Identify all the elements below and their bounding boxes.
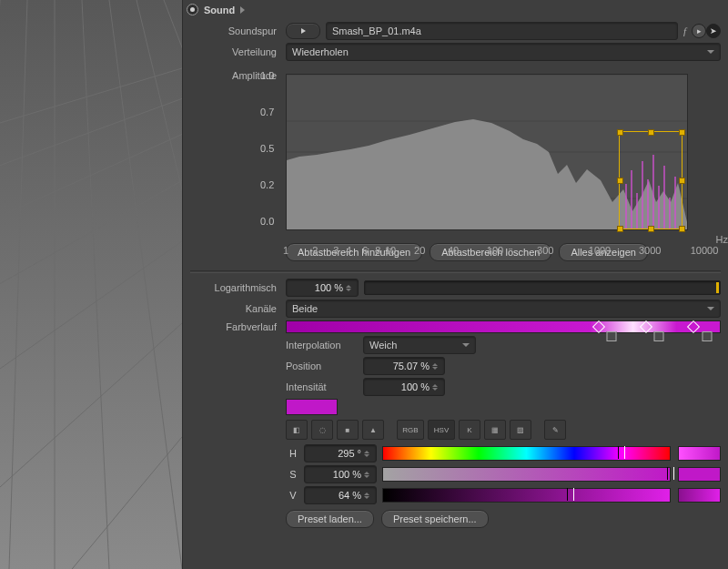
svg-rect-20: [625, 184, 627, 229]
hz-unit: Hz: [716, 234, 728, 245]
svg-rect-27: [663, 166, 665, 229]
preset-save-button[interactable]: Preset speichern...: [381, 510, 489, 528]
position-input[interactable]: 75.07 %: [363, 357, 445, 375]
s-input[interactable]: 100 %: [304, 465, 377, 483]
svg-rect-28: [669, 198, 671, 229]
hue-slider[interactable]: [382, 446, 671, 461]
svg-rect-22: [636, 193, 638, 229]
viewport-3d[interactable]: [0, 0, 182, 569]
channels-label: Kanäle: [190, 303, 286, 314]
svg-rect-29: [674, 177, 676, 229]
svg-rect-21: [631, 170, 632, 229]
sound-radio-icon: [187, 4, 198, 15]
log-value-input[interactable]: 100 %: [286, 279, 359, 297]
color-mode-toolbar: ◧ ◌ ■ ▲ RGB HSV K ▦ ▨ ✎: [286, 420, 721, 440]
chevron-right-icon: [240, 6, 245, 14]
y-axis-ticks: 1.0 0.7 0.5 0.2 0.0: [260, 70, 274, 227]
position-label: Position: [286, 361, 363, 371]
verteilung-value: Wiederholen: [292, 46, 349, 57]
picture-icon[interactable]: ▲: [362, 420, 384, 440]
sat-preview: [678, 467, 721, 482]
intensity-input[interactable]: 100 %: [363, 378, 445, 396]
play-icon: [301, 28, 306, 34]
fx-icon[interactable]: f: [683, 25, 686, 36]
section-header-sound[interactable]: Sound: [183, 0, 721, 19]
h-input[interactable]: 295 °: [304, 444, 377, 462]
chevron-down-icon: [707, 50, 714, 54]
log-label: Logarithmisch: [190, 282, 286, 293]
color-wheel-icon[interactable]: ◌: [311, 420, 333, 440]
swatch-fill-icon[interactable]: ■: [337, 420, 359, 440]
chevron-down-icon: [462, 343, 470, 347]
amplitude-graph[interactable]: [286, 74, 688, 230]
add-range-button[interactable]: Abtastbereich hinzufügen: [286, 243, 422, 261]
h-label: H: [286, 448, 300, 459]
hsv-mode-button[interactable]: HSV: [428, 420, 455, 440]
svg-rect-23: [642, 161, 643, 229]
gradient-knot[interactable]: [702, 331, 712, 341]
preset-load-button[interactable]: Preset laden...: [286, 510, 374, 528]
soundspur-label: Soundspur: [190, 25, 286, 36]
gradient-mid-handle[interactable]: [640, 320, 652, 333]
eyedropper-icon[interactable]: ✎: [544, 420, 566, 440]
interp-select[interactable]: Weich: [363, 336, 476, 354]
rgb-mode-button[interactable]: RGB: [397, 420, 424, 440]
gradient-bar[interactable]: [286, 320, 721, 333]
play-button[interactable]: [286, 23, 320, 39]
mixer2-icon[interactable]: ▨: [510, 420, 531, 440]
section-title: Sound: [204, 5, 235, 15]
hue-preview: [678, 446, 721, 461]
gradient-mid-handle[interactable]: [687, 320, 700, 333]
chevron-down-icon: [707, 307, 714, 310]
val-preview: [678, 488, 721, 503]
expand-icon[interactable]: ▸: [692, 24, 706, 38]
val-slider[interactable]: [382, 488, 671, 503]
k-mode-button[interactable]: K: [459, 420, 480, 440]
picker-icon[interactable]: ➤: [706, 24, 721, 38]
gradient-knot[interactable]: [607, 331, 617, 341]
gradient-label: Farbverlauf: [190, 321, 286, 332]
channels-select[interactable]: Beide: [286, 300, 721, 318]
color-swatch[interactable]: [286, 399, 338, 415]
sat-slider[interactable]: [382, 467, 671, 482]
gradient-knot[interactable]: [654, 331, 664, 341]
verteilung-label: Verteilung: [190, 46, 286, 57]
svg-rect-24: [647, 179, 649, 229]
svg-rect-0: [0, 0, 182, 569]
interp-label: Interpolation: [286, 340, 363, 351]
s-label: S: [286, 469, 300, 480]
v-label: V: [286, 490, 300, 501]
file-name: Smash_BP_01.m4a: [332, 25, 421, 36]
mixer1-icon[interactable]: ▦: [484, 420, 506, 440]
svg-rect-26: [658, 186, 660, 229]
v-input[interactable]: 64 %: [304, 486, 377, 504]
intensity-label: Intensität: [286, 381, 363, 392]
verteilung-select[interactable]: Wiederholen: [286, 43, 721, 61]
attribute-panel: Sound Soundspur Smash_BP_01.m4a f ▸ ➤ Ve…: [182, 0, 728, 569]
log-slider[interactable]: [364, 280, 721, 295]
gradient-mid-handle[interactable]: [592, 320, 605, 333]
eyedropper-square-icon[interactable]: ◧: [286, 420, 308, 440]
svg-rect-25: [652, 155, 654, 229]
soundspur-file-field[interactable]: Smash_BP_01.m4a: [326, 22, 678, 40]
